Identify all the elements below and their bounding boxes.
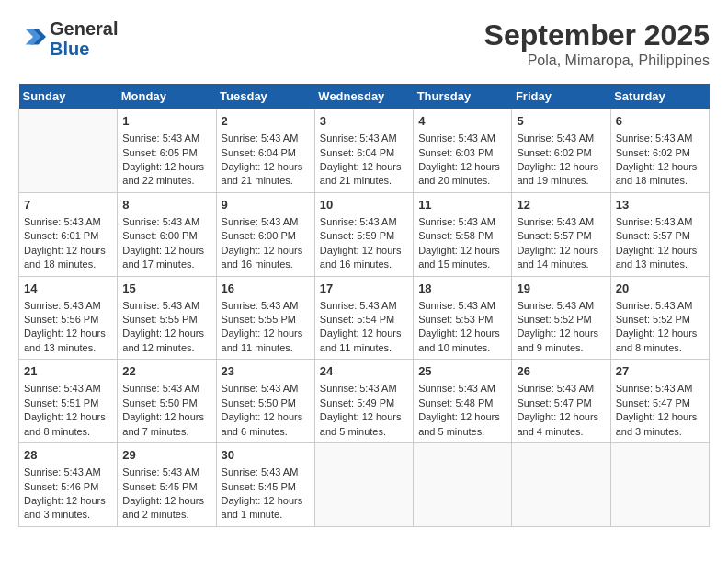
day-number: 14 xyxy=(24,281,112,297)
day-info-line: Sunset: 6:02 PM xyxy=(616,146,704,160)
day-info-line: and 15 minutes. xyxy=(418,258,506,271)
day-info-line: Sunset: 6:00 PM xyxy=(122,229,210,243)
day-info-line: Daylight: 12 hours xyxy=(517,244,605,258)
day-info-line: Sunset: 5:45 PM xyxy=(222,480,310,494)
day-info-line: and 13 minutes. xyxy=(616,258,704,271)
day-number: 26 xyxy=(517,363,605,380)
month-title: September 2025 xyxy=(484,18,710,52)
day-number: 16 xyxy=(222,281,310,297)
day-info-line: Sunrise: 5:43 AM xyxy=(418,132,506,145)
day-info-line: and 22 minutes. xyxy=(122,174,210,188)
day-info-line: Sunrise: 5:43 AM xyxy=(616,132,704,145)
calendar-cell: 29Sunrise: 5:43 AMSunset: 5:45 PMDayligh… xyxy=(118,443,216,527)
day-number: 7 xyxy=(24,197,112,213)
day-info-line: Sunrise: 5:43 AM xyxy=(517,299,605,313)
calendar-cell: 19Sunrise: 5:43 AMSunset: 5:52 PMDayligh… xyxy=(512,276,610,360)
day-info-line: Daylight: 12 hours xyxy=(222,160,310,174)
calendar-cell xyxy=(512,443,610,527)
day-info-line: Daylight: 12 hours xyxy=(517,327,605,340)
day-number: 22 xyxy=(122,363,210,380)
day-info-line: Sunset: 5:50 PM xyxy=(122,396,210,410)
calendar-cell: 6Sunrise: 5:43 AMSunset: 6:02 PMDaylight… xyxy=(610,109,709,193)
day-info-line: Daylight: 12 hours xyxy=(24,244,112,258)
day-number: 25 xyxy=(418,363,506,380)
day-info-line: Daylight: 12 hours xyxy=(122,244,210,258)
calendar-cell: 11Sunrise: 5:43 AMSunset: 5:58 PMDayligh… xyxy=(414,192,512,276)
day-number: 21 xyxy=(24,363,112,380)
calendar-week-row: 21Sunrise: 5:43 AMSunset: 5:51 PMDayligh… xyxy=(19,360,710,443)
day-info-line: and 2 minutes. xyxy=(122,508,210,522)
day-info-line: Sunset: 5:50 PM xyxy=(222,396,310,410)
day-info-line: Sunrise: 5:43 AM xyxy=(122,382,210,396)
day-number: 23 xyxy=(222,363,310,380)
day-number: 5 xyxy=(517,113,605,130)
calendar-cell: 12Sunrise: 5:43 AMSunset: 5:57 PMDayligh… xyxy=(512,192,610,276)
weekday-header-cell: Sunday xyxy=(19,84,118,109)
day-info-line: and 11 minutes. xyxy=(320,341,408,355)
weekday-header-cell: Wednesday xyxy=(314,84,413,109)
day-number: 30 xyxy=(222,447,310,464)
calendar-cell: 8Sunrise: 5:43 AMSunset: 6:00 PMDaylight… xyxy=(118,192,216,276)
calendar-cell: 18Sunrise: 5:43 AMSunset: 5:53 PMDayligh… xyxy=(414,276,512,360)
day-number: 10 xyxy=(320,197,408,213)
day-info-line: and 12 minutes. xyxy=(122,341,210,355)
day-info-line: Daylight: 12 hours xyxy=(320,327,408,340)
day-info-line: Daylight: 12 hours xyxy=(222,244,310,258)
day-info-line: Daylight: 12 hours xyxy=(24,494,112,508)
day-info-line: Daylight: 12 hours xyxy=(418,327,506,340)
day-info-line: Daylight: 12 hours xyxy=(222,494,310,508)
day-info-line: Sunset: 5:47 PM xyxy=(517,396,605,410)
day-info-line: Daylight: 12 hours xyxy=(122,160,210,174)
day-info-line: Sunrise: 5:43 AM xyxy=(122,132,210,145)
day-info-line: Sunrise: 5:43 AM xyxy=(320,215,408,229)
day-info-line: Sunrise: 5:43 AM xyxy=(122,299,210,313)
calendar-cell xyxy=(19,109,118,193)
calendar-cell: 10Sunrise: 5:43 AMSunset: 5:59 PMDayligh… xyxy=(314,192,413,276)
day-number: 29 xyxy=(122,447,210,464)
day-info-line: and 17 minutes. xyxy=(122,258,210,271)
calendar-cell xyxy=(314,443,413,527)
day-info-line: Sunset: 5:54 PM xyxy=(320,313,408,327)
day-info-line: Sunrise: 5:43 AM xyxy=(222,382,310,396)
day-info-line: Sunrise: 5:43 AM xyxy=(222,132,310,145)
day-number: 3 xyxy=(320,113,408,130)
day-info-line: Sunset: 6:01 PM xyxy=(24,229,112,243)
day-number: 12 xyxy=(517,197,605,213)
day-number: 24 xyxy=(320,363,408,380)
calendar-week-row: 7Sunrise: 5:43 AMSunset: 6:01 PMDaylight… xyxy=(19,192,710,276)
day-info-line: Sunrise: 5:43 AM xyxy=(222,465,310,479)
day-info-line: Daylight: 12 hours xyxy=(122,494,210,508)
day-info-line: Sunrise: 5:43 AM xyxy=(418,299,506,313)
day-info-line: Sunrise: 5:43 AM xyxy=(24,382,112,396)
day-info-line: Sunset: 5:49 PM xyxy=(320,396,408,410)
calendar-cell: 23Sunrise: 5:43 AMSunset: 5:50 PMDayligh… xyxy=(216,360,314,443)
day-info-line: Sunrise: 5:43 AM xyxy=(222,299,310,313)
day-number: 1 xyxy=(122,113,210,130)
day-info-line: Sunrise: 5:43 AM xyxy=(320,382,408,396)
weekday-header-cell: Saturday xyxy=(610,84,709,109)
day-info-line: Daylight: 12 hours xyxy=(517,410,605,424)
day-info-line: Sunrise: 5:43 AM xyxy=(320,132,408,145)
day-info-line: and 4 minutes. xyxy=(517,425,605,439)
day-info-line: Sunrise: 5:43 AM xyxy=(616,215,704,229)
calendar-cell: 9Sunrise: 5:43 AMSunset: 6:00 PMDaylight… xyxy=(216,192,314,276)
day-number: 27 xyxy=(616,363,704,380)
day-info-line: Sunset: 6:04 PM xyxy=(222,146,310,160)
day-info-line: Sunrise: 5:43 AM xyxy=(222,215,310,229)
calendar-cell: 15Sunrise: 5:43 AMSunset: 5:55 PMDayligh… xyxy=(118,276,216,360)
day-info-line: and 18 minutes. xyxy=(24,258,112,271)
day-info-line: Sunrise: 5:43 AM xyxy=(24,215,112,229)
day-info-line: Sunrise: 5:43 AM xyxy=(24,465,112,479)
day-info-line: Daylight: 12 hours xyxy=(616,327,704,340)
calendar-cell: 2Sunrise: 5:43 AMSunset: 6:04 PMDaylight… xyxy=(216,109,314,193)
day-info-line: Daylight: 12 hours xyxy=(222,410,310,424)
title-block: September 2025 Pola, Mimaropa, Philippin… xyxy=(484,18,710,69)
location-title: Pola, Mimaropa, Philippines xyxy=(484,52,710,69)
day-info-line: Sunset: 6:00 PM xyxy=(222,229,310,243)
day-info-line: and 10 minutes. xyxy=(418,341,506,355)
day-info-line: Sunrise: 5:43 AM xyxy=(122,465,210,479)
day-info-line: Daylight: 12 hours xyxy=(418,160,506,174)
day-number: 6 xyxy=(616,113,704,130)
day-info-line: and 19 minutes. xyxy=(517,174,605,188)
day-number: 17 xyxy=(320,281,408,297)
